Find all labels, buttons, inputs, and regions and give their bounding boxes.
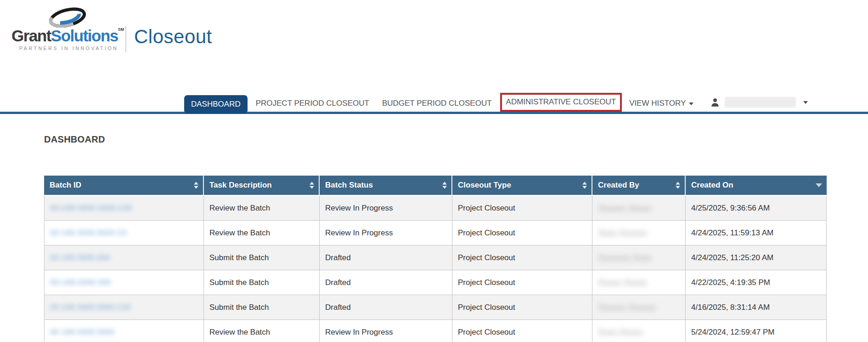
table-row: 00 U00 0000 0000 C0 Review the Batch Rev… [44,221,827,245]
batch-status-cell: Drafted [320,295,452,320]
table-row: 00 U00 0000 0000 Review the Batch Review… [44,320,827,342]
batch-id-cell[interactable]: 00 U00 0000 000 [44,245,204,270]
closeout-type-cell: Project Closeout [452,245,592,270]
task-description-cell: Review the Batch [204,196,320,221]
tab-project-period-closeout[interactable]: PROJECT PERIOD CLOSEOUT [251,95,374,112]
main-navbar: DASHBOARD PROJECT PERIOD CLOSEOUT BUDGET… [0,66,868,114]
column-header-created-on[interactable]: Created On [686,176,827,196]
column-label: Task Description [209,181,272,189]
chevron-down-icon [689,103,693,105]
table-row: 00 U00 0000 0000 C00 Submit the Batch Dr… [44,295,827,320]
table-row: 00-U00-0000 000 Submit the Batch Drafted… [44,270,827,295]
created-on-cell: 4/24/2025, 11:59:13 AM [686,221,827,245]
closeout-type-cell: Project Closeout [452,270,592,295]
created-by-redacted: Xxxxxxx Xxxx [598,253,651,262]
sort-descending-icon [816,183,822,187]
batch-status-cell: Review In Progress [320,320,452,342]
app-header: GrantSolutionsSM PARTNERS IN INNOVATION … [0,0,868,66]
created-on-cell: 4/25/2025, 9:36:56 AM [686,196,827,221]
column-header-batch-status[interactable]: Batch Status [320,176,452,196]
column-label: Created On [691,181,733,189]
batch-id-link-redacted[interactable]: 00 U00 0000 0000 C00 [50,303,131,312]
created-on-cell: 4/16/2025, 8:31:14 AM [686,295,827,320]
created-by-redacted: Xxxxxx Xxxxx [598,203,651,213]
batch-id-cell[interactable]: 00-U00-0000 0000-C00 [44,196,204,221]
logo-sm-mark: SM [118,27,124,32]
logo-tagline: PARTNERS IN INNOVATION [19,46,126,51]
user-icon [710,97,720,108]
batch-status-cell: Drafted [320,245,452,270]
created-by-cell: Xxxx Xxxxxx [592,221,686,245]
column-header-created-by[interactable]: Created By [592,176,686,196]
logo-wordmark: GrantSolutionsSM [11,28,126,44]
created-by-cell: Xxxx Xxxxx [592,320,686,342]
created-on-cell: 5/24/2024, 12:59:47 PM [686,320,827,342]
task-description-cell: Review the Batch [204,320,320,342]
logo-grant-text: Grant [11,27,51,45]
batch-id-link-redacted[interactable]: 00 U00 0000 0000 C0 [50,228,126,237]
closeout-batches-table: Batch ID Task Description Batch Status C… [44,176,827,342]
column-label: Closeout Type [458,181,511,189]
table-row: 00 U00 0000 000 Submit the Batch Drafted… [44,245,827,270]
created-by-redacted: Xxxxx Xxxxx [598,278,647,287]
batch-id-link-redacted[interactable]: 00-U00-0000 000 [50,278,111,287]
logo-solutions-text: Solutions [51,27,118,45]
task-description-cell: Submit the Batch [204,270,320,295]
batch-status-cell: Review In Progress [320,196,452,221]
table-row: 00-U00-0000 0000-C00 Review the Batch Re… [44,196,827,221]
closeout-type-cell: Project Closeout [452,320,592,342]
column-label: Created By [598,181,639,189]
created-by-redacted: Xxxxxx Xxxxxx [598,302,656,312]
created-by-redacted: Xxxx Xxxxxx [598,228,647,238]
batch-status-cell: Review In Progress [320,221,452,245]
task-description-cell: Submit the Batch [204,295,320,320]
batch-id-link-redacted[interactable]: 00-U00-0000 0000-C00 [50,204,132,212]
sort-icon [676,182,680,189]
column-header-task-description[interactable]: Task Description [204,176,320,196]
created-by-cell: Xxxxxx Xxxxx [592,196,686,221]
batch-id-link-redacted[interactable]: 00 U00 0000 000 [50,253,110,262]
page-title: DASHBOARD [44,134,868,145]
tab-view-history[interactable]: VIEW HISTORY [625,95,698,112]
user-name-redacted [725,97,796,108]
created-on-cell: 4/24/2025, 11:25:20 AM [686,245,827,270]
sort-icon [582,182,587,189]
sort-icon [442,182,447,189]
view-history-label: VIEW HISTORY [629,99,686,108]
column-label: Batch ID [50,181,81,189]
batch-status-cell: Drafted [320,270,452,295]
app-title: Closeout [134,26,212,48]
batch-id-cell[interactable]: 00 U00 0000 0000 [44,320,204,342]
tab-budget-period-closeout[interactable]: BUDGET PERIOD CLOSEOUT [378,95,496,112]
grantsolutions-logo: GrantSolutionsSM PARTNERS IN INNOVATION [11,6,126,51]
created-by-redacted: Xxxx Xxxxx [598,327,643,337]
column-label: Batch Status [325,181,373,189]
closeout-type-cell: Project Closeout [452,196,592,221]
task-description-cell: Review the Batch [204,221,320,245]
batch-id-cell[interactable]: 00-U00-0000 000 [44,270,204,295]
closeout-type-cell: Project Closeout [452,295,592,320]
nav-items: DASHBOARD PROJECT PERIOD CLOSEOUT BUDGET… [184,93,808,112]
closeout-type-cell: Project Closeout [452,221,592,245]
task-description-cell: Submit the Batch [204,245,320,270]
tab-dashboard[interactable]: DASHBOARD [184,95,248,114]
chevron-down-icon [803,101,808,104]
tab-administrative-closeout[interactable]: ADMINISTRATIVE CLOSEOUT [500,93,622,112]
grantsolutions-swirl-icon [47,6,88,28]
batch-id-link-redacted[interactable]: 00 U00 0000 0000 [50,328,114,336]
table-header-row: Batch ID Task Description Batch Status C… [44,176,827,196]
sort-icon [310,182,314,189]
sort-icon [194,182,198,189]
created-by-cell: Xxxxx Xxxxx [592,270,686,295]
column-header-batch-id[interactable]: Batch ID [44,176,204,196]
created-by-cell: Xxxxxxx Xxxx [592,245,686,270]
batch-id-cell[interactable]: 00 U00 0000 0000 C0 [44,221,204,245]
batch-id-cell[interactable]: 00 U00 0000 0000 C00 [44,295,204,320]
logo-divider [125,26,126,52]
column-header-closeout-type[interactable]: Closeout Type [452,176,592,196]
created-by-cell: Xxxxxx Xxxxxx [592,295,686,320]
user-menu[interactable] [710,97,808,108]
created-on-cell: 4/22/2025, 4:19:35 PM [686,270,827,295]
